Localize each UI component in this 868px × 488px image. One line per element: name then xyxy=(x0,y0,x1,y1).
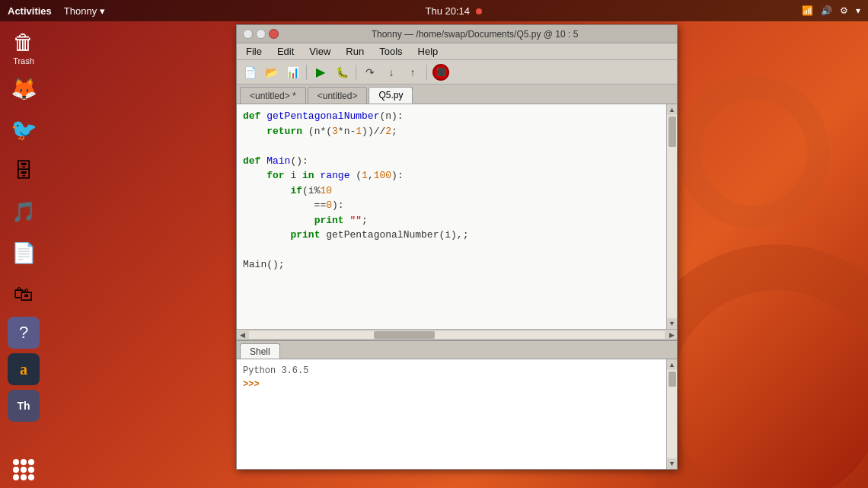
sidebar-item-amazon[interactable]: a xyxy=(8,353,40,385)
notification-dot xyxy=(476,8,482,14)
menu-run[interactable]: Run xyxy=(340,44,370,59)
toolbar-separator-1 xyxy=(306,65,307,80)
power-icon[interactable]: ⚙ xyxy=(840,5,848,16)
rhythmbox-icon: 🎵 xyxy=(11,200,36,224)
toolbar-separator-2 xyxy=(356,65,356,80)
appstore-icon: 🛍 xyxy=(14,282,34,306)
thunderbird-icon: 🐦 xyxy=(11,117,37,142)
shell-output[interactable]: Python 3.6.5 >>> xyxy=(237,359,666,469)
libreoffice-icon: 📄 xyxy=(11,241,36,265)
app-indicator[interactable]: Thonny ▾ xyxy=(64,5,105,17)
stop-button[interactable]: ⬛ xyxy=(431,62,451,82)
title-bar: Thonny — /home/swap/Documents/Q5.py @ 10… xyxy=(237,25,677,43)
shell-version: Python 3.6.5 xyxy=(243,365,308,376)
window-title: Thonny — /home/swap/Documents/Q5.py @ 10… xyxy=(279,29,671,40)
tab-untitled-1[interactable]: <untitled> * xyxy=(240,87,306,104)
menu-view[interactable]: View xyxy=(303,44,337,59)
step-into-button[interactable]: ↓ xyxy=(381,62,401,82)
window-controls[interactable] xyxy=(243,29,279,39)
app-chevron-icon[interactable]: ▾ xyxy=(100,5,105,17)
system-tray: 📶 🔊 ⚙ ▾ xyxy=(802,5,860,16)
sidebar-item-libreoffice[interactable]: 📄 xyxy=(5,234,42,271)
tab-untitled-2[interactable]: <untitled> xyxy=(308,87,368,104)
toolbar-separator-3 xyxy=(426,65,427,80)
shell-scroll-track[interactable] xyxy=(667,370,677,458)
scroll-thumb[interactable] xyxy=(669,116,676,147)
thonny-window: Thonny — /home/swap/Documents/Q5.py @ 10… xyxy=(236,24,678,470)
firefox-icon: 🦊 xyxy=(11,76,37,101)
activities-button[interactable]: Activities xyxy=(8,5,52,17)
save-file-button[interactable]: 📊 xyxy=(282,62,302,82)
tab-untitled-2-label: <untitled> xyxy=(318,91,358,101)
menu-help[interactable]: Help xyxy=(412,44,445,59)
shell-scroll-thumb[interactable] xyxy=(669,372,676,387)
thonny-app-icon: Th xyxy=(17,400,30,412)
taskbar: 🗑 Trash 🦊 🐦 🗄 🎵 📄 🛍 ? a Th xyxy=(0,21,47,488)
step-out-button[interactable]: ↑ xyxy=(403,62,423,82)
sound-icon[interactable]: 🔊 xyxy=(821,5,832,16)
shell-tab[interactable]: Shell xyxy=(240,343,280,359)
shell-vertical-scrollbar[interactable]: ▲ ▼ xyxy=(666,359,677,469)
sidebar-item-firefox[interactable]: 🦊 xyxy=(5,70,42,107)
sidebar-item-trash[interactable]: 🗑 Trash xyxy=(5,29,42,65)
stop-icon: ⬛ xyxy=(432,64,449,81)
editor-vertical-scrollbar[interactable]: ▲ ▼ xyxy=(666,104,677,329)
shell-section: Shell Python 3.6.5 >>> ▲ ▼ xyxy=(237,340,677,469)
time-display: Thu 20:14 xyxy=(426,5,471,17)
shell-tab-label: Shell xyxy=(250,346,270,357)
scroll-right-arrow[interactable]: ▶ xyxy=(666,330,677,340)
menu-bar: File Edit View Run Tools Help xyxy=(237,43,677,60)
editor-area: def getPentagonalNumber(n): return (n*(3… xyxy=(237,104,677,340)
close-button[interactable] xyxy=(269,29,279,39)
menu-edit[interactable]: Edit xyxy=(271,44,300,59)
tray-chevron-icon[interactable]: ▾ xyxy=(856,5,860,16)
tab-q5py-label: Q5.py xyxy=(378,90,403,100)
sidebar-item-appstore[interactable]: 🛍 xyxy=(5,276,42,312)
menu-tools[interactable]: Tools xyxy=(373,44,408,59)
scroll-down-arrow[interactable]: ▼ xyxy=(667,318,678,329)
editor-scroll-area: def getPentagonalNumber(n): return (n*(3… xyxy=(237,104,677,329)
app-name-label: Thonny xyxy=(64,5,97,17)
sidebar-item-help[interactable]: ? xyxy=(8,317,40,349)
editor-horizontal-scrollbar[interactable]: ◀ ▶ xyxy=(237,329,677,340)
shell-scroll-down-arrow[interactable]: ▼ xyxy=(667,458,678,469)
debug-button[interactable]: 🐛 xyxy=(332,62,352,82)
editor-tab-bar: <untitled> * <untitled> Q5.py xyxy=(237,85,677,104)
sidebar-item-files[interactable]: 🗄 xyxy=(5,152,42,189)
top-bar: Activities Thonny ▾ Thu 20:14 📶 🔊 ⚙ ▾ xyxy=(0,0,868,21)
scroll-left-arrow[interactable]: ◀ xyxy=(237,330,247,340)
tab-q5py[interactable]: Q5.py xyxy=(369,87,413,104)
files-icon: 🗄 xyxy=(14,159,34,183)
step-over-button[interactable]: ↷ xyxy=(360,62,380,82)
wifi-icon[interactable]: 📶 xyxy=(802,5,813,16)
scroll-thumb-h[interactable] xyxy=(374,331,435,339)
shell-content: Python 3.6.5 >>> ▲ ▼ xyxy=(237,359,677,469)
menu-file[interactable]: File xyxy=(240,44,268,59)
amazon-icon: a xyxy=(20,361,27,378)
maximize-button[interactable] xyxy=(256,29,266,39)
scroll-track[interactable] xyxy=(667,115,677,318)
shell-scroll-up-arrow[interactable]: ▲ xyxy=(667,359,678,370)
minimize-button[interactable] xyxy=(243,29,253,39)
trash-icon: 🗑 xyxy=(13,30,34,55)
shell-prompt: >>> xyxy=(243,379,260,390)
sidebar-item-thunderbird[interactable]: 🐦 xyxy=(5,111,42,148)
help-icon: ? xyxy=(19,323,28,343)
new-file-button[interactable]: 📄 xyxy=(240,62,260,82)
run-button[interactable]: ▶ xyxy=(311,62,330,82)
show-apps-button[interactable] xyxy=(0,459,47,480)
toolbar: 📄 📂 📊 ▶ 🐛 ↷ ↓ ↑ ⬛ xyxy=(237,60,677,85)
open-file-button[interactable]: 📂 xyxy=(261,62,281,82)
shell-tab-bar: Shell xyxy=(237,341,677,359)
sidebar-item-rhythmbox[interactable]: 🎵 xyxy=(5,193,42,230)
code-editor[interactable]: def getPentagonalNumber(n): return (n*(3… xyxy=(237,104,666,329)
tab-untitled-1-label: <untitled> * xyxy=(250,91,296,101)
trash-label: Trash xyxy=(13,56,34,65)
scroll-track-h[interactable] xyxy=(249,331,665,339)
scroll-up-arrow[interactable]: ▲ xyxy=(667,104,678,115)
sidebar-item-thonny[interactable]: Th xyxy=(8,390,40,422)
clock: Thu 20:14 xyxy=(105,5,802,17)
